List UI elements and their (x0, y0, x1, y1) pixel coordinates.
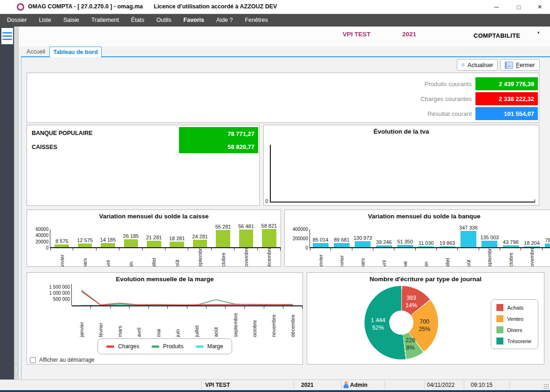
refresh-button[interactable]: Actualiser (457, 59, 498, 71)
marge-x-label: septembre (226, 306, 245, 337)
journal-legend-item: Ventes (496, 315, 535, 322)
caisse-y-axis: 6000040000200000 (29, 221, 50, 248)
banque-x-label: mai (394, 248, 415, 267)
journal-legend: AchatsVentesDiversTrésorerie (491, 299, 538, 349)
tab-tableau-de-bord[interactable]: Tableau de bord (49, 47, 102, 57)
status-date: 04/11/2022 (427, 382, 454, 388)
resize-grip[interactable] (543, 384, 549, 389)
banque-bar-value: 43 798 (503, 239, 519, 245)
banque-y-tick: 0 (305, 246, 308, 250)
summary-row: Charges courantes2 338 222,32 (27, 92, 538, 105)
journal-slice-label: 1 44452% (371, 317, 385, 331)
summary-rows: Produits courants2 439 776,39Charges cou… (27, 77, 538, 120)
caisse-y-tick: 0 (46, 246, 48, 250)
caisse-bar (216, 230, 230, 247)
marge-x-label: janvier (72, 306, 91, 337)
banque-bar-column: 135 003septembre (479, 221, 500, 267)
slice-value: 1 444 (371, 317, 385, 324)
banque-bar-value: 347 336 (459, 225, 478, 230)
banque-bar-column: 85 014janvier (310, 221, 331, 267)
marge-legend-item: Produits (151, 343, 184, 350)
marge-y-axis: 1 500 0001 000 000500 000 (29, 284, 72, 305)
caisse-bar-value: 56 481 (238, 223, 254, 229)
caisse-bar-value: 18 281 (169, 236, 185, 241)
caisse-bar (124, 239, 138, 247)
caisse-x-label: avril (96, 248, 119, 267)
banque-bar-value: 19 863 (440, 240, 455, 246)
module-selector[interactable]: COMPTABILITE (474, 32, 520, 39)
marge-x-label: août (206, 306, 226, 337)
tab-accueil[interactable]: Accueil (23, 47, 48, 57)
banque-bar (376, 245, 392, 247)
splitter-grip[interactable] (15, 364, 17, 375)
marge-x-label: mars (110, 306, 130, 337)
legend-swatch-icon (496, 326, 503, 333)
summary-value: 101 554,07 (475, 107, 538, 120)
refresh-button-label: Actualiser (468, 62, 493, 68)
admin-user-icon (343, 381, 349, 389)
caisse-bar-column: 18 281août (165, 221, 188, 267)
slice-value: 228 (406, 337, 415, 344)
marge-legend-label: Charges (118, 343, 139, 350)
menu-item-dossier[interactable]: Dossier (1, 14, 33, 27)
status-separator (509, 381, 510, 389)
bottom-accent-bar (0, 390, 550, 392)
summary-label: Charges courantes (420, 95, 472, 102)
balance-values-block: 78 771,2758 820,77 (179, 127, 258, 153)
sidebar-splitter[interactable] (14, 27, 19, 379)
marge-x-label: décembre (283, 306, 302, 337)
menu-item-traitement[interactable]: Traitement (85, 14, 125, 27)
marge-chart-panel: Evolution mensuelle de la marge 1 500 00… (27, 272, 303, 365)
caisse-bar-value: 58 821 (261, 223, 277, 229)
menu-item-fenetres[interactable]: Fenêtres (239, 14, 274, 27)
menu-item-etats[interactable]: États (125, 14, 151, 27)
marge-x-label: octobre (245, 306, 264, 337)
chevron-down-icon[interactable]: ▾ (537, 30, 540, 35)
banque-chart-panel: Variation mensuel du solde la banque4000… (284, 210, 550, 267)
caisse-bar-column: 24 281septembre (188, 221, 211, 267)
balance-value: 78 771,27 (179, 127, 258, 140)
menu-item-liste[interactable]: Liste (33, 14, 57, 27)
legend-swatch-icon (106, 345, 114, 348)
menu-item-outils[interactable]: Outils (151, 14, 178, 27)
maximize-button[interactable]: □ (511, 0, 527, 14)
menu-item-saisie[interactable]: Saisie (57, 14, 85, 27)
banque-x-label: septembre (479, 248, 500, 267)
banque-bar-column: 19 863juillet (437, 221, 458, 267)
journal-chart-title: Nombre d'écriture par type de journal (307, 276, 544, 283)
tva-chart-panel: Évolution de la tva 0 (263, 125, 539, 206)
tva-x-axis (270, 202, 535, 203)
caisse-bar-column: 8 575janvier (50, 221, 73, 267)
status-separator (341, 381, 342, 389)
caisse-y-tick: 20000 (35, 240, 48, 244)
minimize-button[interactable]: ─ (488, 0, 504, 14)
caisse-bar-column: 58 821décembre (258, 221, 281, 267)
balances-panel: BANQUE POPULAIRECAISSES78 771,2758 820,7… (27, 125, 260, 206)
hamburger-menu-icon[interactable] (1, 28, 13, 44)
banque-bar-column: 18 204novembre (521, 221, 542, 267)
menu-item-aide[interactable]: Aide ? (210, 14, 239, 27)
journal-legend-label: Divers (507, 327, 522, 333)
banque-x-label: décembre (543, 248, 550, 267)
legend-swatch-icon (151, 345, 159, 348)
journal-legend-item: Achats (496, 304, 535, 311)
legend-swatch-icon (196, 345, 204, 348)
menu-item-favoris[interactable]: Favoris (178, 14, 210, 27)
startup-checkbox[interactable] (30, 357, 36, 363)
banque-bar-column: 130 973mars (352, 221, 373, 267)
summary-value: 2 338 222,32 (475, 92, 538, 105)
close-page-button[interactable]: ← Fermer (500, 59, 540, 71)
marge-legend: ChargesProduitsMarge (97, 338, 232, 354)
donut-hole (389, 311, 413, 335)
close-button[interactable]: × (532, 0, 548, 14)
status-time: 09:10:15 (471, 382, 493, 388)
banque-bar (461, 231, 476, 247)
caisse-bar-column: 55 281octobre (212, 221, 234, 267)
caisse-bar-column: 14 185avril (96, 221, 119, 267)
title-bar: OMAG COMPTA - [ 27.0.270.0 ] - omag.ma L… (0, 0, 550, 14)
banque-bar (334, 243, 350, 247)
legend-swatch-icon (496, 304, 503, 311)
back-arrow-icon: ← (505, 61, 513, 69)
banque-chart-title: Variation mensuel du solde la banque (285, 213, 550, 220)
banque-bar (545, 243, 550, 247)
